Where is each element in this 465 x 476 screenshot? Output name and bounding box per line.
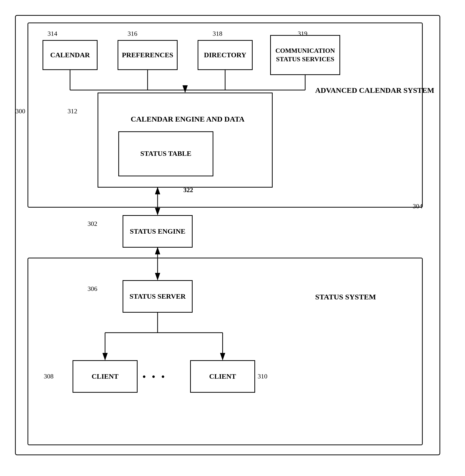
ref-304: 304	[413, 203, 422, 210]
ref-318: 318	[213, 30, 222, 38]
ref-314: 314	[48, 30, 57, 38]
ref-302: 302	[88, 220, 97, 228]
calendar-box: CALENDAR	[43, 40, 98, 70]
ref-312: 312	[68, 108, 77, 115]
ref-306: 306	[88, 285, 97, 293]
status-table-box: STATUS TABLE	[118, 131, 213, 176]
label-advanced-calendar-system: ADVANCED CALENDAR SYSTEM	[315, 85, 434, 96]
ref-300: 300	[16, 108, 25, 115]
ref-322: 322	[183, 186, 193, 194]
client2-box: CLIENT	[190, 360, 255, 393]
status-system-box	[28, 258, 423, 445]
directory-box: DIRECTORY	[198, 40, 253, 70]
calendar-engine-box: CALENDAR ENGINE AND DATA STATUS TABLE 32…	[98, 93, 273, 188]
calendar-engine-label: CALENDAR ENGINE AND DATA	[103, 114, 272, 124]
ref-310: 310	[258, 373, 267, 380]
ref-319: 319	[298, 30, 307, 38]
preferences-box: PREFERENCES	[118, 40, 178, 70]
client1-box: CLIENT	[73, 360, 138, 393]
status-engine-box: STATUS ENGINE	[123, 215, 193, 248]
diagram-container: 300 304 ADVANCED CALENDAR SYSTEM CALENDA…	[15, 15, 450, 465]
ref-316: 316	[128, 30, 137, 38]
status-server-box: STATUS SERVER	[123, 280, 193, 313]
ellipsis-dots: • • •	[143, 371, 167, 382]
label-status-system: STATUS SYSTEM	[315, 293, 376, 301]
communication-status-services-box: COMMUNICATION STATUS SERVICES	[270, 35, 340, 75]
ref-308: 308	[44, 373, 54, 380]
